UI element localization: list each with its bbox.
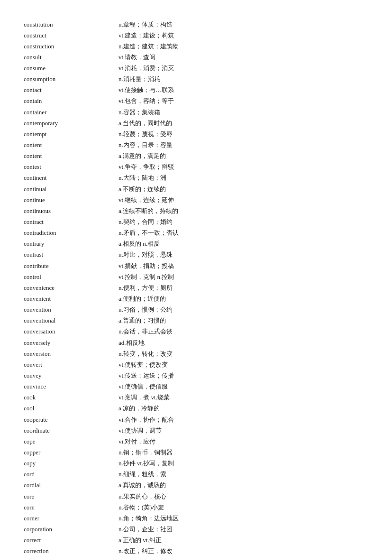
word-term: cord <box>24 469 119 480</box>
list-item: contactvt.使接触；与…联系 <box>24 85 368 96</box>
word-definition: n.细绳，粗线，索 <box>119 469 368 480</box>
word-definition: a.不断的；连续的 <box>119 184 368 194</box>
word-term: consumption <box>24 74 119 85</box>
list-item: conveyvt.传送；运送；传播 <box>24 370 368 381</box>
list-item: coppern.铜；铜币，铜制器 <box>24 447 368 458</box>
word-term: constitution <box>24 19 119 30</box>
word-definition: n.铜；铜币，铜制器 <box>119 447 368 458</box>
word-definition: n.角；犄角；边远地区 <box>119 513 368 524</box>
word-term: contrast <box>24 250 119 260</box>
word-term: coordinate <box>24 425 119 436</box>
list-item: copevi.对付，应付 <box>24 436 368 447</box>
word-definition: n.会话，非正式会谈 <box>119 326 368 337</box>
list-item: conversationn.会话，非正式会谈 <box>24 326 368 337</box>
list-item: contemptn.轻蔑；蔑视；受辱 <box>24 129 368 139</box>
list-item: contentn.内容，目录；容量 <box>24 140 368 151</box>
word-term: continual <box>24 184 119 194</box>
word-definition: vt.使转变；使改变 <box>119 359 368 370</box>
word-definition: n.容器；集装箱 <box>119 107 368 118</box>
list-item: consultvt.请教，查阅 <box>24 52 368 63</box>
word-term: consume <box>24 63 119 74</box>
word-definition: vt.包含，容纳；等于 <box>119 96 368 107</box>
word-term: conversely <box>24 337 119 348</box>
word-definition: a.连续不断的，持续的 <box>119 205 368 216</box>
word-term: conventional <box>24 315 119 326</box>
word-definition: n.便利，方便；厕所 <box>119 282 368 293</box>
word-term: cool <box>24 403 119 414</box>
list-item: coola.凉的，冷静的 <box>24 403 368 414</box>
word-term: convention <box>24 305 119 315</box>
word-term: convey <box>24 370 119 381</box>
word-definition: vt.传送；运送；传播 <box>119 370 368 381</box>
word-definition: vt.建造；建设；构筑 <box>119 30 368 41</box>
word-definition: n.建造；建筑；建筑物 <box>119 41 368 52</box>
list-item: convincevt.使确信，使信服 <box>24 381 368 392</box>
list-item: constructionn.建造；建筑；建筑物 <box>24 41 368 52</box>
word-term: corn <box>24 502 119 513</box>
word-definition: vt.烹调，煮 vt.烧菜 <box>119 392 368 403</box>
list-item: cordiala.真诚的，诚恳的 <box>24 480 368 491</box>
list-item: continentn.大陆；陆地；洲 <box>24 173 368 184</box>
word-term: contempt <box>24 129 119 139</box>
word-term: corner <box>24 513 119 524</box>
word-term: continent <box>24 173 119 184</box>
word-definition: n.果实的心，核心 <box>119 491 368 502</box>
word-term: copy <box>24 458 119 469</box>
list-item: cornn.谷物；(英)小麦 <box>24 502 368 513</box>
word-definition: n.矛盾，不一致；否认 <box>119 228 368 239</box>
word-term: cordial <box>24 480 119 491</box>
word-definition: n.章程；体质；构造 <box>119 19 368 30</box>
word-term: content <box>24 151 119 162</box>
list-item: consumevt.消耗，消费；消灭 <box>24 63 368 74</box>
list-item: contributevt.捐献，捐助；投稿 <box>24 260 368 271</box>
word-definition: n.轻蔑；蔑视；受辱 <box>119 129 368 139</box>
word-definition: n.谷物；(英)小麦 <box>119 502 368 513</box>
list-item: containern.容器；集装箱 <box>24 107 368 118</box>
list-item: correcta.正确的 vt.纠正 <box>24 535 368 546</box>
list-item: conversionn.转变，转化；改变 <box>24 348 368 359</box>
word-definition: n.对比，对照，悬殊 <box>119 250 368 260</box>
word-definition: n.大陆；陆地；洲 <box>119 173 368 184</box>
word-term: contact <box>24 85 119 96</box>
word-definition: n.契约，合同；婚约 <box>119 217 368 228</box>
word-definition: a.便利的；近便的 <box>119 294 368 305</box>
list-item: conveniencen.便利，方便；厕所 <box>24 282 368 293</box>
list-item: consumptionn.消耗量；消耗 <box>24 74 368 85</box>
list-item: constitutionn.章程；体质；构造 <box>24 19 368 30</box>
list-item: containvt.包含，容纳；等于 <box>24 96 368 107</box>
word-term: conversation <box>24 326 119 337</box>
word-term: cook <box>24 392 119 403</box>
word-definition: a.当代的，同时代的 <box>119 118 368 129</box>
word-definition: a.满意的，满足的 <box>119 151 368 162</box>
list-item: continuousa.连续不断的，持续的 <box>24 205 368 216</box>
list-item: cornern.角；犄角；边远地区 <box>24 513 368 524</box>
list-item: contemporarya.当代的，同时代的 <box>24 118 368 129</box>
word-definition: vt.请教，查阅 <box>119 52 368 63</box>
list-item: convertvt.使转变；使改变 <box>24 359 368 370</box>
word-definition: ad.相反地 <box>119 337 368 348</box>
word-term: consult <box>24 52 119 63</box>
word-term: construct <box>24 30 119 41</box>
word-definition: vt.争夺，争取；辩驳 <box>119 162 368 173</box>
list-item: contrastn.对比，对照，悬殊 <box>24 250 368 260</box>
word-term: convert <box>24 359 119 370</box>
word-term: contract <box>24 217 119 228</box>
word-definition: vt.控制，克制 n.控制 <box>119 271 368 282</box>
list-item: cordn.细绳，粗线，索 <box>24 469 368 480</box>
word-term: cope <box>24 436 119 447</box>
word-term: cooperate <box>24 414 119 425</box>
word-term: copper <box>24 447 119 458</box>
list-item: correctionn.改正，纠正，修改 <box>24 546 368 555</box>
word-definition: vt.捐献，捐助；投稿 <box>119 260 368 271</box>
list-item: corporationn.公司，企业；社团 <box>24 524 368 535</box>
word-definition: n.抄件 vt.抄写，复制 <box>119 458 368 469</box>
list-item: coordinatevt.使协调，调节 <box>24 425 368 436</box>
word-definition: vt.使接触；与…联系 <box>119 85 368 96</box>
list-item: constructvt.建造；建设；构筑 <box>24 30 368 41</box>
word-definition: a.普通的；习惯的 <box>119 315 368 326</box>
word-definition: n.改正，纠正，修改 <box>119 546 368 555</box>
word-term: contemporary <box>24 118 119 129</box>
word-term: convince <box>24 381 119 392</box>
word-term: convenience <box>24 282 119 293</box>
word-term: contain <box>24 96 119 107</box>
